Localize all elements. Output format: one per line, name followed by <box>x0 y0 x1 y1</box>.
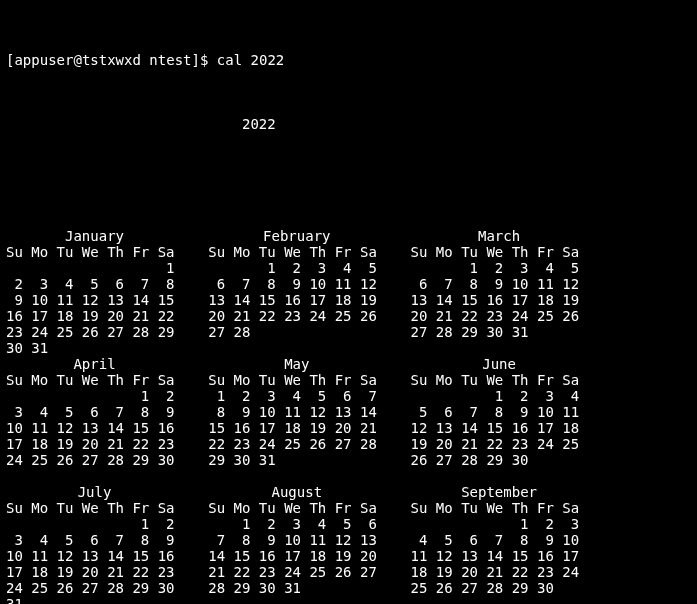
week-row: 8 91011121314 <box>208 404 385 420</box>
day-cell: 8 <box>461 276 486 292</box>
dow-cell: We <box>486 244 511 260</box>
week-row: 10111213141516 <box>6 420 183 436</box>
dow-cell: Fr <box>537 244 562 260</box>
day-cell: 16 <box>158 420 175 436</box>
day-cell: 12 <box>360 276 377 292</box>
day-cell <box>31 260 56 276</box>
day-cell: 22 <box>512 564 537 580</box>
week-row-empty <box>208 340 385 356</box>
dow-cell: Sa <box>360 372 377 388</box>
day-cell: 15 <box>208 420 233 436</box>
prompt-line-1: [appuser@tstxwxd ntest]$ cal 2022 <box>6 52 691 68</box>
day-cell: 11 <box>31 420 56 436</box>
dow-cell: Th <box>309 372 334 388</box>
week-row: 1 2 <box>6 388 183 404</box>
day-cell <box>107 340 132 356</box>
day-cell <box>208 596 225 604</box>
day-cell: 25 <box>411 580 436 596</box>
day-cell: 19 <box>562 292 579 308</box>
day-cell: 23 <box>234 436 259 452</box>
month-may: MaySuMoTuWeThFrSa 1 2 3 4 5 6 7 8 910111… <box>208 356 385 484</box>
day-cell <box>360 452 377 468</box>
day-cell: 15 <box>132 420 157 436</box>
day-cell: 4 <box>284 388 309 404</box>
day-cell: 18 <box>31 436 56 452</box>
day-cell <box>107 516 132 532</box>
day-cell: 9 <box>158 532 175 548</box>
week-row: 16171819202122 <box>6 308 183 324</box>
day-cell: 6 <box>107 276 132 292</box>
week-row: 9101112131415 <box>6 292 183 308</box>
week-row: 1 2 <box>6 516 183 532</box>
day-cell: 15 <box>512 548 537 564</box>
day-cell: 13 <box>107 292 132 308</box>
day-cell <box>6 260 31 276</box>
day-cell <box>57 596 82 604</box>
day-cell <box>486 516 511 532</box>
day-cell <box>57 516 82 532</box>
dow-cell: Tu <box>57 372 82 388</box>
day-cell: 15 <box>486 420 511 436</box>
day-cell <box>461 388 486 404</box>
day-cell: 18 <box>57 308 82 324</box>
dow-cell: Tu <box>259 500 284 516</box>
day-cell: 17 <box>512 292 537 308</box>
day-cell: 16 <box>158 548 175 564</box>
day-cell: 27 <box>411 324 436 340</box>
week-row: 24252627282930 <box>6 580 183 596</box>
day-cell: 11 <box>31 548 56 564</box>
dow-row: SuMoTuWeThFrSa <box>6 500 183 516</box>
day-cell <box>284 452 309 468</box>
dow-cell: Su <box>6 500 31 516</box>
day-cell: 1 <box>512 516 537 532</box>
day-cell <box>461 516 486 532</box>
terminal[interactable]: [appuser@tstxwxd ntest]$ cal 2022 2022 J… <box>0 0 697 604</box>
day-cell <box>132 596 157 604</box>
dow-cell: Th <box>107 244 132 260</box>
dow-cell: Tu <box>57 244 82 260</box>
day-cell: 17 <box>31 308 56 324</box>
day-cell <box>82 340 107 356</box>
day-cell: 8 <box>259 276 284 292</box>
day-cell <box>309 452 334 468</box>
day-cell: 12 <box>411 420 436 436</box>
week-row: 21222324252627 <box>208 564 385 580</box>
month-february: FebruarySuMoTuWeThFrSa 1 2 3 4 5 6 7 8 9… <box>208 228 385 356</box>
day-cell: 29 <box>132 580 157 596</box>
week-row: 19202122232425 <box>411 436 588 452</box>
day-cell: 12 <box>57 548 82 564</box>
day-cell: 16 <box>537 548 562 564</box>
day-cell <box>537 452 562 468</box>
day-cell: 18 <box>335 292 360 308</box>
day-cell: 3 <box>6 532 31 548</box>
day-cell: 7 <box>234 276 259 292</box>
day-cell: 18 <box>31 564 56 580</box>
dow-row: SuMoTuWeThFrSa <box>411 500 588 516</box>
day-cell: 28 <box>486 580 511 596</box>
day-cell: 2 <box>234 388 259 404</box>
day-cell: 20 <box>411 308 436 324</box>
day-cell: 3 <box>537 388 562 404</box>
day-cell: 9 <box>158 404 175 420</box>
day-cell <box>107 596 132 604</box>
day-cell: 4 <box>31 404 56 420</box>
day-cell: 12 <box>309 404 334 420</box>
day-cell: 10 <box>309 276 334 292</box>
day-cell <box>411 516 436 532</box>
prompt-symbol: $ <box>200 52 208 68</box>
day-cell: 14 <box>234 292 259 308</box>
day-cell: 31 <box>259 452 284 468</box>
day-cell <box>411 468 428 484</box>
dow-cell: Fr <box>132 244 157 260</box>
day-cell: 4 <box>562 388 579 404</box>
day-cell: 24 <box>284 564 309 580</box>
day-cell: 19 <box>436 564 461 580</box>
dow-cell: Sa <box>562 500 579 516</box>
day-cell: 26 <box>57 452 82 468</box>
day-cell <box>360 324 377 340</box>
day-cell: 8 <box>486 404 511 420</box>
day-cell: 27 <box>107 324 132 340</box>
day-cell: 4 <box>537 260 562 276</box>
day-cell <box>107 260 132 276</box>
dow-cell: Mo <box>436 372 461 388</box>
